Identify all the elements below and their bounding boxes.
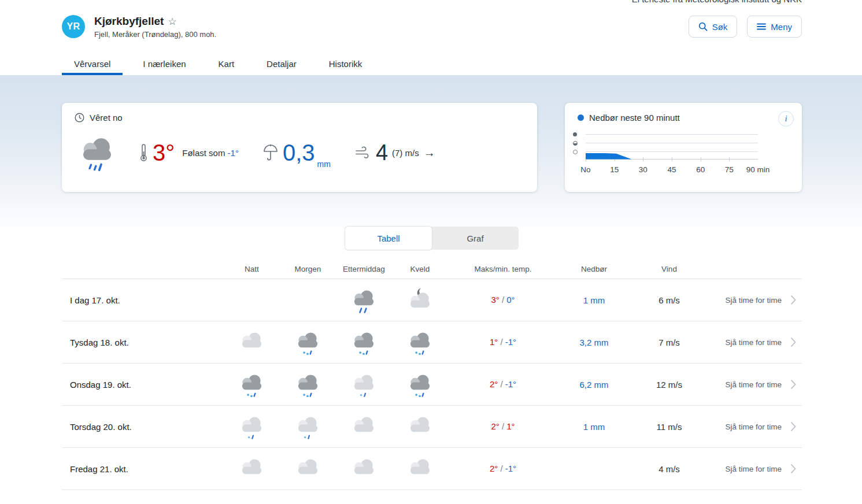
wind-value: 12 m/s bbox=[630, 380, 708, 390]
hamburger-icon bbox=[757, 23, 766, 31]
location-subtitle: Fjell, Meråker (Trøndelag), 800 moh. bbox=[94, 30, 216, 39]
tab-graph-view[interactable]: Graf bbox=[432, 227, 519, 250]
nowcast-x-label: 45 bbox=[667, 165, 676, 174]
col-vind: Vind bbox=[630, 265, 708, 273]
precipitation-unit: mm bbox=[317, 160, 331, 172]
weather-icon-cloud-light bbox=[280, 455, 336, 483]
tab-kart[interactable]: Kart bbox=[206, 52, 247, 75]
service-tagline: Ei teneste fra Meteorologisk institutt o… bbox=[632, 0, 802, 4]
clock-icon bbox=[75, 113, 84, 123]
nowcast-x-label: 30 bbox=[639, 165, 648, 174]
wind-value: 6 m/s bbox=[630, 295, 708, 305]
page-title: Kjørkbyfjellet bbox=[94, 15, 164, 28]
hour-by-hour-link[interactable]: Sjå time for time bbox=[708, 421, 802, 432]
precipitation-value: 6,2 mm bbox=[558, 380, 630, 390]
weather-icon-moon-cloud bbox=[392, 287, 448, 314]
tab-v-rvarsel[interactable]: Vêrvarsel bbox=[62, 52, 123, 75]
precipitation-value: 1 mm bbox=[558, 295, 630, 305]
tab-detaljar[interactable]: Detaljar bbox=[254, 52, 309, 75]
nowcast-chart: No153045607590 min bbox=[586, 132, 758, 163]
current-card-title: Vêret no bbox=[90, 113, 123, 123]
col-morgen: Morgen bbox=[280, 265, 336, 273]
hour-by-hour-link[interactable]: Sjå time for time bbox=[708, 337, 802, 347]
precipitation-value: 1 mm bbox=[558, 422, 630, 432]
weather-icon-sleet-cloud-dark bbox=[280, 329, 336, 356]
weather-icon-cloud-light bbox=[336, 413, 392, 440]
nowcast-x-label: 15 bbox=[610, 165, 619, 174]
heavy-rain-icon bbox=[573, 132, 577, 136]
feels-like: Følast som -1° bbox=[182, 148, 239, 158]
tab-table-view[interactable]: Tabell bbox=[345, 227, 432, 250]
chevron-right-icon bbox=[790, 464, 796, 474]
favorite-star-icon[interactable]: ☆ bbox=[168, 17, 176, 27]
umbrella-icon bbox=[263, 144, 278, 161]
temp-range: 2° / -1° bbox=[448, 464, 558, 474]
search-icon bbox=[698, 22, 708, 31]
temp-range: 2° / 1° bbox=[448, 421, 558, 432]
nowcast-card: Nedbør neste 90 minutt i No153045607590 … bbox=[565, 103, 802, 192]
weather-icon-sleet-cloud-dark bbox=[224, 371, 280, 398]
day-label: I dag 17. okt. bbox=[62, 295, 224, 305]
weather-icon-rain-cloud-dark bbox=[336, 287, 392, 314]
nowcast-x-label: 60 bbox=[696, 165, 705, 174]
search-button[interactable]: Søk bbox=[689, 16, 738, 38]
forecast-table: Natt Morgen Ettermiddag Kveld Maks/min. … bbox=[62, 259, 802, 490]
info-button[interactable]: i bbox=[778, 111, 794, 127]
day-label: Fredag 21. okt. bbox=[62, 464, 224, 474]
wind-value: 4 m/s bbox=[630, 464, 708, 474]
table-header-row: Natt Morgen Ettermiddag Kveld Maks/min. … bbox=[62, 259, 802, 279]
chevron-right-icon bbox=[790, 421, 796, 432]
thermometer-icon bbox=[139, 143, 148, 162]
day-label: Torsdag 20. okt. bbox=[62, 422, 224, 432]
current-weather-icon bbox=[79, 133, 115, 172]
weather-icon-cloud-light bbox=[224, 455, 280, 483]
day-label: Tysdag 18. okt. bbox=[62, 338, 224, 347]
hour-by-hour-link[interactable]: Sjå time for time bbox=[708, 295, 802, 305]
forecast-row: Torsdag 20. okt. 2° / 1° 1 mm11 m/s Sjå … bbox=[62, 406, 802, 448]
wind-value: 11 m/s bbox=[630, 422, 708, 432]
hour-by-hour-link[interactable]: Sjå time for time bbox=[708, 464, 802, 474]
hour-by-hour-link[interactable]: Sjå time for time bbox=[708, 379, 802, 390]
col-temp: Maks/min. temp. bbox=[448, 265, 558, 273]
tab-historikk[interactable]: Historikk bbox=[317, 52, 375, 75]
light-rain-icon bbox=[573, 150, 578, 154]
yr-logo[interactable]: YR bbox=[62, 15, 85, 38]
weather-icon-cloud-light bbox=[336, 455, 392, 483]
weather-icon-sleet-cloud-dark bbox=[336, 329, 392, 356]
wind-value: 7 m/s bbox=[630, 338, 708, 347]
tab-bar: VêrvarselI nærleikenKartDetaljarHistorik… bbox=[62, 52, 374, 75]
weather-icon-sleet-cloud-light bbox=[280, 413, 336, 440]
chevron-right-icon bbox=[790, 337, 796, 347]
wind-direction-icon: → bbox=[424, 146, 435, 160]
nowcast-x-label: No bbox=[580, 165, 590, 174]
temp-range: 1° / -1° bbox=[448, 337, 558, 347]
current-weather-card: Vêret no 3° Følast som -1° 0,3 mm 4 (7) … bbox=[62, 103, 537, 192]
page-header: Ei teneste fra Meteorologisk institutt o… bbox=[0, 0, 862, 75]
current-precipitation: 0,3 bbox=[283, 141, 315, 164]
weather-icon-cloud-light bbox=[224, 329, 280, 356]
temp-range: 2° / -1° bbox=[448, 379, 558, 390]
col-natt: Natt bbox=[224, 265, 280, 273]
current-temperature: 3° bbox=[153, 141, 175, 164]
tab-i-n-rleiken[interactable]: I nærleiken bbox=[131, 52, 198, 75]
temp-range: 3° / 0° bbox=[448, 295, 558, 305]
view-toggle: Tabell Graf bbox=[345, 227, 519, 250]
precipitation-value: 3,2 mm bbox=[558, 338, 630, 347]
col-kveld: Kveld bbox=[392, 265, 448, 273]
weather-icon-sleet-cloud-light bbox=[224, 413, 280, 440]
menu-button[interactable]: Meny bbox=[747, 16, 802, 38]
wind-gust: (7) m/s bbox=[392, 148, 419, 158]
weather-icon-sleet-cloud-dark bbox=[392, 371, 448, 398]
feels-like-value: -1° bbox=[228, 148, 239, 158]
col-nedbor: Nedbør bbox=[558, 265, 630, 273]
chevron-right-icon bbox=[790, 379, 796, 390]
precipitation-legend-dot bbox=[578, 114, 584, 121]
forecast-row: Onsdag 19. okt. 2° / -1° 6,2 mm12 m/s Sj… bbox=[62, 364, 802, 406]
wind-icon bbox=[355, 146, 371, 160]
nowcast-x-axis: No153045607590 min bbox=[586, 165, 758, 175]
forecast-row: I dag 17. okt. 3° / 0° 1 mm6 m/s Sjå tim… bbox=[62, 279, 802, 321]
weather-icon-cloud-light bbox=[392, 455, 448, 483]
nowcast-title: Nedbør neste 90 minutt bbox=[589, 113, 680, 123]
weather-icon-sleet-cloud-dark bbox=[392, 329, 448, 356]
forecast-row: Fredag 21. okt. 2° / -1° 4 m/s Sjå time … bbox=[62, 448, 802, 490]
